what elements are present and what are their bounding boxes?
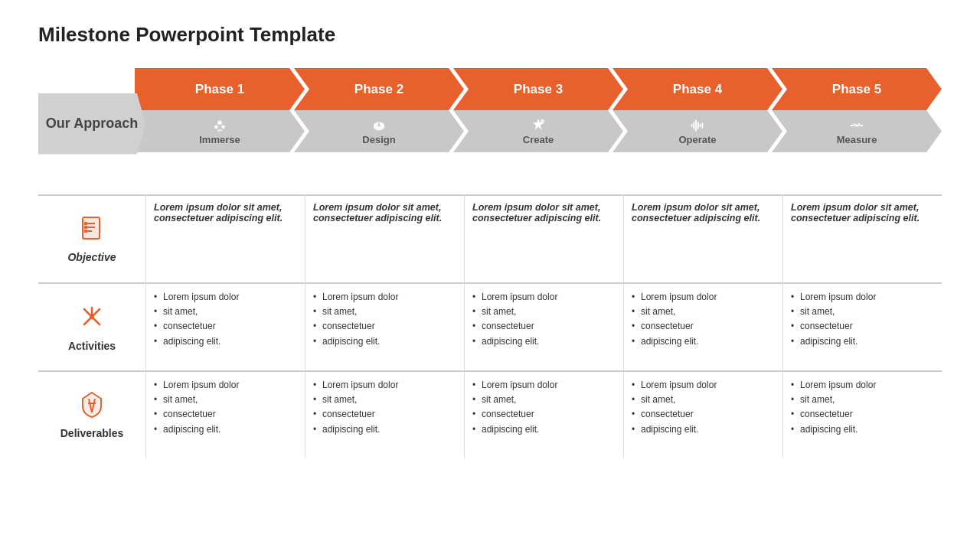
del-cell-4: Lorem ipsum dolor sit amet, consectetuer… xyxy=(624,370,782,458)
svg-point-2 xyxy=(221,126,225,129)
deliverables-label-cell: Deliverables xyxy=(38,370,145,458)
obj-cell-1: Lorem ipsum dolor sit amet, consectetuer… xyxy=(146,194,305,282)
design-icon xyxy=(371,117,387,134)
act-cell-4: Lorem ipsum dolor sit amet, consectetuer… xyxy=(624,282,782,370)
svg-point-4 xyxy=(381,122,384,126)
svg-rect-9 xyxy=(697,122,699,129)
page: Milestone Powerpoint Template Our Approa… xyxy=(0,0,980,551)
act-cell-5: Lorem ipsum dolor sit amet, consectetuer… xyxy=(783,282,942,370)
del-cell-1: Lorem ipsum dolor sit amet, consectetuer… xyxy=(146,370,305,458)
act-cell-2: Lorem ipsum dolor sit amet, consectetuer… xyxy=(305,282,464,370)
phase-2-label: Phase 2 xyxy=(294,68,464,110)
obj-cell-4: Lorem ipsum dolor sit amet, consectetuer… xyxy=(624,194,782,282)
svg-rect-11 xyxy=(701,122,703,128)
row-labels: Objective Activities xyxy=(38,194,145,458)
phase-4-label: Phase 4 xyxy=(612,68,782,110)
act-cell-1: Lorem ipsum dolor sit amet, consectetuer… xyxy=(146,282,305,370)
objective-icon xyxy=(78,215,106,248)
svg-point-0 xyxy=(217,121,222,126)
phase-5: Phase 5 Measure xyxy=(772,68,942,179)
phase-5-label: Phase 5 xyxy=(772,68,942,110)
page-title: Milestone Powerpoint Template xyxy=(38,23,942,47)
phase-1: Phase 1 Immerse xyxy=(135,68,305,179)
phase-1-label: Phase 1 xyxy=(135,68,305,110)
approach-label: Our Approach xyxy=(38,93,145,155)
svg-rect-20 xyxy=(84,230,87,233)
data-columns: Lorem ipsum dolor sit amet, consectetuer… xyxy=(145,194,942,458)
del-cell-3: Lorem ipsum dolor sit amet, consectetuer… xyxy=(465,370,623,458)
activities-text: Activities xyxy=(68,340,116,352)
act-cell-3: Lorem ipsum dolor sit amet, consectetuer… xyxy=(465,282,623,370)
data-col-2: Lorem ipsum dolor sit amet, consectetuer… xyxy=(305,194,464,458)
phases-diagram: Our Approach Phase 1 Immerse Phase 2 xyxy=(38,68,942,179)
svg-point-5 xyxy=(541,119,545,124)
svg-point-26 xyxy=(90,315,94,319)
phase-3: Phase 3 Create xyxy=(453,68,623,179)
activities-icon xyxy=(77,302,106,337)
obj-cell-2: Lorem ipsum dolor sit amet, consectetuer… xyxy=(305,194,464,282)
objective-text: Objective xyxy=(67,251,116,263)
objective-label-cell: Objective xyxy=(38,194,145,282)
immerse-icon xyxy=(211,117,228,134)
data-col-1: Lorem ipsum dolor sit amet, consectetuer… xyxy=(145,194,305,458)
phase-4: Phase 4 Operate xyxy=(612,68,782,179)
data-col-5: Lorem ipsum dolor sit amet, consectetuer… xyxy=(782,194,942,458)
svg-rect-6 xyxy=(691,124,693,127)
svg-rect-19 xyxy=(84,226,87,229)
phase-1-sublabel: Immerse xyxy=(135,110,305,152)
svg-rect-8 xyxy=(695,120,697,132)
phase-2: Phase 2 Design xyxy=(294,68,464,179)
phase-3-label: Phase 3 xyxy=(453,68,623,110)
del-cell-5: Lorem ipsum dolor sit amet, consectetuer… xyxy=(783,370,942,458)
phase-2-sublabel: Design xyxy=(294,110,464,152)
phase-3-sublabel: Create xyxy=(453,110,623,152)
svg-rect-7 xyxy=(693,122,694,129)
measure-icon xyxy=(848,117,865,134)
operate-icon xyxy=(689,117,706,134)
deliverables-text: Deliverables xyxy=(60,427,124,439)
del-cell-2: Lorem ipsum dolor sit amet, consectetuer… xyxy=(305,370,464,458)
svg-point-12 xyxy=(855,124,858,127)
svg-rect-18 xyxy=(84,222,87,225)
svg-rect-10 xyxy=(700,124,701,127)
obj-cell-3: Lorem ipsum dolor sit amet, consectetuer… xyxy=(465,194,623,282)
phase-5-sublabel: Measure xyxy=(772,110,942,152)
svg-point-1 xyxy=(214,126,218,129)
create-icon xyxy=(530,117,547,134)
obj-cell-5: Lorem ipsum dolor sit amet, consectetuer… xyxy=(783,194,942,282)
data-col-3: Lorem ipsum dolor sit amet, consectetuer… xyxy=(464,194,623,458)
data-table: Objective Activities xyxy=(38,194,942,458)
data-col-4: Lorem ipsum dolor sit amet, consectetuer… xyxy=(623,194,782,458)
deliverables-icon xyxy=(80,391,104,424)
phase-4-sublabel: Operate xyxy=(612,110,782,152)
activities-label-cell: Activities xyxy=(38,282,145,370)
